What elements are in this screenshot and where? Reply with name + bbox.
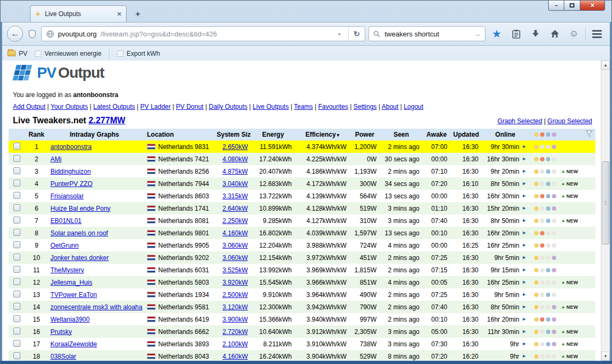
downloads-button[interactable] xyxy=(527,26,543,41)
play-icon[interactable]: ► xyxy=(522,144,527,149)
system-name-link[interactable]: EB01NL01 xyxy=(50,217,82,225)
nav-link-live-outputs[interactable]: Live Outputs xyxy=(253,103,289,110)
minimize-button[interactable]: – xyxy=(548,1,564,11)
team-capacity-link[interactable]: 2.277MW xyxy=(89,116,125,125)
search-input[interactable] xyxy=(384,29,470,39)
action-link-group-selected[interactable]: Group Selected xyxy=(548,117,592,125)
header-awake[interactable]: Awake xyxy=(423,131,451,138)
play-icon[interactable]: ► xyxy=(522,292,527,297)
system-size-link[interactable]: 3.920kW xyxy=(223,279,248,286)
row-checkbox[interactable] xyxy=(13,266,20,273)
system-name-link[interactable]: KoraalZeewolde xyxy=(50,340,97,348)
play-icon[interactable]: ► xyxy=(522,280,527,285)
row-checkbox[interactable] xyxy=(13,229,20,236)
nav-link-teams[interactable]: Teams xyxy=(294,103,313,110)
nav-link-latest-outputs[interactable]: Latest Outputs xyxy=(93,103,135,110)
row-checkbox[interactable] xyxy=(13,217,20,224)
nav-link-pv-donut[interactable]: PV Donut xyxy=(176,103,203,110)
reload-icon[interactable]: ↻ xyxy=(348,27,365,41)
row-checkbox[interactable] xyxy=(13,315,20,322)
nav-link-settings[interactable]: Settings xyxy=(353,103,377,110)
nav-link-pv-ladder[interactable]: PV Ladder xyxy=(141,103,171,110)
page-scrollbar[interactable]: ▲ ▼ xyxy=(601,61,610,361)
play-icon[interactable]: ► xyxy=(522,304,527,309)
system-size-link[interactable]: 3.040kW xyxy=(223,180,248,188)
search-go-icon[interactable]: → xyxy=(474,30,481,38)
row-checkbox[interactable] xyxy=(13,328,20,335)
system-name-link[interactable]: Prutsky xyxy=(50,328,72,336)
scroll-down-button[interactable]: ▼ xyxy=(601,352,610,361)
play-icon[interactable]: ► xyxy=(522,329,527,334)
new-tab-button[interactable]: + xyxy=(131,8,145,19)
system-name-link[interactable]: TVPower EaTon xyxy=(50,291,97,299)
play-icon[interactable]: ► xyxy=(522,231,527,235)
system-name-link[interactable]: antonboonstra xyxy=(50,143,92,151)
header-rank[interactable]: Rank xyxy=(27,131,46,138)
row-checkbox[interactable] xyxy=(13,352,20,359)
close-button[interactable]: ✕ xyxy=(580,1,605,11)
header-location[interactable]: Location xyxy=(143,131,217,138)
row-checkbox[interactable] xyxy=(13,204,20,211)
play-icon[interactable]: ► xyxy=(522,157,527,161)
play-icon[interactable]: ► xyxy=(522,169,527,174)
play-icon[interactable]: ► xyxy=(522,354,527,359)
play-icon[interactable]: ► xyxy=(522,341,527,346)
header-updated[interactable]: Updated xyxy=(451,131,482,138)
header-system-size[interactable]: System Size xyxy=(217,131,251,138)
system-name-link[interactable]: TheMystery xyxy=(50,266,84,274)
row-checkbox[interactable] xyxy=(13,241,20,248)
system-name-link[interactable]: Jonker hates donker xyxy=(50,254,109,262)
row-checkbox[interactable] xyxy=(13,180,20,187)
header-filter[interactable] xyxy=(586,130,595,139)
bookmark-item[interactable]: PV xyxy=(8,50,27,57)
system-name-link[interactable]: PunterPV ZZO xyxy=(50,180,93,188)
play-icon[interactable]: ► xyxy=(522,218,527,223)
system-size-link[interactable]: 2.640kW xyxy=(223,205,248,212)
nav-link-your-outputs[interactable]: Your Outputs xyxy=(50,103,88,110)
play-icon[interactable]: ► xyxy=(522,206,527,211)
system-size-link[interactable]: 2.650kW xyxy=(223,143,248,151)
system-size-link[interactable]: 2.250kW xyxy=(223,217,248,225)
row-checkbox[interactable] xyxy=(13,192,20,199)
action-link-graph-selected[interactable]: Graph Selected xyxy=(497,117,542,125)
nav-link-daily-outputs[interactable]: Daily Outputs xyxy=(209,103,247,110)
nav-link-about[interactable]: About xyxy=(381,103,398,110)
system-name-link[interactable]: Biddinghuizon xyxy=(50,168,91,175)
header-online[interactable]: Online xyxy=(482,131,529,138)
row-checkbox[interactable] xyxy=(13,254,20,261)
system-size-link[interactable]: 3.525kW xyxy=(223,266,248,274)
system-size-link[interactable]: 3.900kW xyxy=(223,316,248,323)
header-energy[interactable]: Energy xyxy=(251,131,295,138)
feedback-button[interactable]: ☺ xyxy=(566,26,582,41)
system-name-link[interactable]: zonnecentrale msk3 with aloaha xyxy=(50,303,142,311)
bookmark-star-button[interactable]: ★ xyxy=(489,26,505,41)
nav-link-add-output[interactable]: Add Output xyxy=(13,103,46,110)
pvoutput-logo[interactable]: PVOutput xyxy=(12,64,104,81)
nav-link-logout[interactable]: Logout xyxy=(404,103,424,110)
system-size-link[interactable]: 3.315kW xyxy=(223,192,248,200)
menu-button[interactable] xyxy=(589,26,605,41)
bookmarks-panel-button[interactable] xyxy=(508,26,524,41)
system-name-link[interactable]: Frisiansolar xyxy=(50,192,84,200)
system-size-link[interactable]: 2.720kW xyxy=(223,328,248,336)
system-name-link[interactable]: AMi xyxy=(50,155,62,163)
scroll-up-button[interactable]: ▲ xyxy=(601,61,610,70)
system-size-link[interactable]: 4.080kW xyxy=(223,155,248,163)
play-icon[interactable]: ► xyxy=(522,268,527,272)
system-size-link[interactable]: 3.060kW xyxy=(223,254,248,262)
system-name-link[interactable]: Huize Bal ende Pony xyxy=(50,205,110,212)
tab-close-icon[interactable]: ✕ xyxy=(117,11,122,18)
header-power[interactable]: Power xyxy=(350,131,380,138)
header-seen[interactable]: Seen xyxy=(380,131,423,138)
system-name-link[interactable]: Solar panels on roof xyxy=(50,229,108,237)
url-dropdown-icon[interactable]: ▾ xyxy=(334,31,344,37)
play-icon[interactable]: ► xyxy=(522,317,527,322)
header-intraday-graphs[interactable]: Intraday Graphs xyxy=(46,131,143,138)
play-icon[interactable]: ► xyxy=(522,255,527,260)
play-icon[interactable]: ► xyxy=(522,181,527,186)
system-name-link[interactable]: Jellesma_Huis xyxy=(50,279,92,286)
system-size-link[interactable]: 2.500kW xyxy=(223,291,248,299)
row-checkbox[interactable] xyxy=(13,278,20,285)
bookmark-item[interactable]: Export kWh xyxy=(117,50,160,57)
row-checkbox[interactable] xyxy=(13,155,20,162)
